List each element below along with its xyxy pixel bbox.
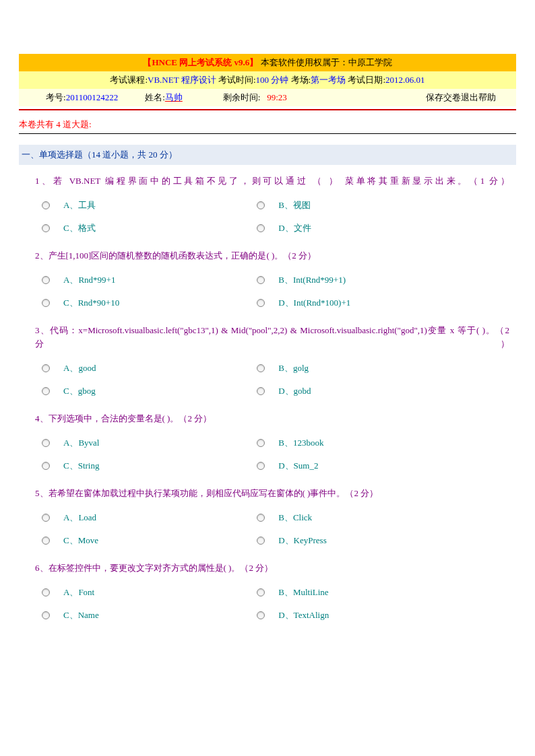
radio-icon[interactable] bbox=[42, 224, 50, 232]
options-group: A、LoadB、ClickC、MoveD、KeyPress bbox=[19, 506, 516, 559]
question-text: 1、若 VB.NET 编程界面中的工具箱不见了，则可以通过 （ ） 菜单将其重新… bbox=[19, 172, 516, 194]
option[interactable]: B、Click bbox=[257, 506, 472, 529]
radio-icon[interactable] bbox=[257, 439, 265, 447]
option[interactable]: B、123book bbox=[257, 432, 472, 454]
time-label: 考试时间: bbox=[216, 75, 256, 85]
radio-icon[interactable] bbox=[42, 611, 50, 619]
option-label: D、文件 bbox=[278, 222, 311, 234]
owner-value: 中原工学院 bbox=[348, 57, 392, 67]
radio-icon[interactable] bbox=[257, 299, 265, 307]
radio-icon[interactable] bbox=[257, 611, 265, 619]
option[interactable]: C、Move bbox=[42, 529, 257, 552]
radio-icon[interactable] bbox=[42, 387, 50, 395]
options-group: A、goodB、golgC、gbogD、gobd bbox=[19, 357, 516, 409]
course-value: VB.NET 程序设计 bbox=[148, 75, 216, 85]
option-label: A、Rnd*99+1 bbox=[63, 274, 115, 286]
option[interactable]: C、Rnd*90+10 bbox=[42, 291, 257, 314]
id-label: 考号: bbox=[46, 92, 66, 102]
option-label: A、Load bbox=[63, 512, 96, 524]
radio-icon[interactable] bbox=[257, 462, 265, 470]
option[interactable]: A、Byval bbox=[42, 432, 257, 454]
radio-icon[interactable] bbox=[42, 201, 50, 209]
option-label: A、Byval bbox=[63, 437, 99, 449]
option[interactable]: D、Int(Rnd*100)+1 bbox=[257, 291, 472, 314]
option[interactable]: B、视图 bbox=[257, 194, 472, 217]
system-name: 【HNCE 网上考试系统 v9.6】 bbox=[143, 57, 258, 67]
owner-label: 本套软件使用权属于： bbox=[258, 57, 348, 67]
question-text: 3、代码：x=Microsoft.visualbasic.left("gbc13… bbox=[19, 321, 516, 357]
option[interactable]: B、Int(Rnd*99+1) bbox=[257, 269, 472, 291]
question-text: 2、产生[1,100]区间的随机整数的随机函数表达式，正确的是( )。（2 分） bbox=[19, 246, 516, 269]
option[interactable]: D、文件 bbox=[257, 217, 472, 240]
radio-icon[interactable] bbox=[257, 224, 265, 232]
option-label: B、golg bbox=[278, 362, 309, 374]
question-text: 6、在标签控件中，要更改文字对齐方式的属性是( )。（2 分） bbox=[19, 559, 516, 581]
radio-icon[interactable] bbox=[42, 439, 50, 447]
radio-icon[interactable] bbox=[257, 537, 265, 545]
time-value: 100 分钟 bbox=[256, 75, 289, 85]
option-label: C、格式 bbox=[63, 222, 96, 234]
question-text: 5、若希望在窗体加载过程中执行某项功能，则相应代码应写在窗体的( )事件中。（2… bbox=[19, 484, 516, 506]
option[interactable]: D、gobd bbox=[257, 380, 472, 403]
option-label: B、视图 bbox=[278, 199, 311, 211]
option-label: A、good bbox=[63, 362, 96, 374]
option[interactable]: A、good bbox=[42, 357, 257, 380]
options-group: A、ByvalB、123bookC、StringD、Sum_2 bbox=[19, 432, 516, 484]
option[interactable]: D、TextAlign bbox=[257, 604, 472, 627]
option[interactable]: C、Name bbox=[42, 604, 257, 627]
radio-icon[interactable] bbox=[42, 588, 50, 596]
header-bar-3: 考号:201100124222 姓名:马帅 剩余时间: 99:23 保存交卷退出… bbox=[19, 89, 516, 106]
option-label: B、Int(Rnd*99+1) bbox=[278, 274, 346, 286]
option-label: D、Int(Rnd*100)+1 bbox=[278, 297, 350, 309]
option-label: C、Move bbox=[63, 535, 98, 547]
name-value: 马帅 bbox=[165, 92, 183, 102]
option-label: B、Click bbox=[278, 512, 312, 524]
remain-label: 剩余时间: bbox=[223, 92, 261, 102]
radio-icon[interactable] bbox=[257, 364, 265, 372]
option-label: C、String bbox=[63, 460, 99, 472]
option-label: B、MultiLine bbox=[278, 586, 328, 598]
option-label: D、Sum_2 bbox=[278, 460, 318, 472]
option[interactable]: D、KeyPress bbox=[257, 529, 472, 552]
radio-icon[interactable] bbox=[42, 364, 50, 372]
option[interactable]: A、工具 bbox=[42, 194, 257, 217]
option-label: D、KeyPress bbox=[278, 535, 327, 547]
room-label: 考场: bbox=[288, 75, 311, 85]
radio-icon[interactable] bbox=[42, 514, 50, 522]
option[interactable]: B、golg bbox=[257, 357, 472, 380]
options-group: A、工具B、视图C、格式D、文件 bbox=[19, 194, 516, 246]
questions-container: 1、若 VB.NET 编程界面中的工具箱不见了，则可以通过 （ ） 菜单将其重新… bbox=[19, 172, 516, 633]
option[interactable]: A、Load bbox=[42, 506, 257, 529]
option[interactable]: C、gbog bbox=[42, 380, 257, 403]
course-label: 考试课程: bbox=[110, 75, 148, 85]
radio-icon[interactable] bbox=[257, 276, 265, 284]
header-bar-2: 考试课程:VB.NET 程序设计 考试时间:100 分钟 考场:第一考场 考试日… bbox=[19, 71, 516, 89]
name-label: 姓名: bbox=[145, 92, 165, 102]
options-group: A、FontB、MultiLineC、NameD、TextAlign bbox=[19, 581, 516, 633]
radio-icon[interactable] bbox=[42, 537, 50, 545]
option[interactable]: A、Font bbox=[42, 581, 257, 604]
option[interactable]: C、格式 bbox=[42, 217, 257, 240]
options-group: A、Rnd*99+1B、Int(Rnd*99+1)C、Rnd*90+10D、In… bbox=[19, 269, 516, 321]
date-value: 2012.06.01 bbox=[385, 75, 425, 85]
exam-page: 【HNCE 网上考试系统 v9.6】 本套软件使用权属于：中原工学院 考试课程:… bbox=[0, 0, 535, 647]
radio-icon[interactable] bbox=[42, 276, 50, 284]
radio-icon[interactable] bbox=[257, 588, 265, 596]
option-label: C、Rnd*90+10 bbox=[63, 297, 119, 309]
radio-icon[interactable] bbox=[42, 462, 50, 470]
room-value: 第一考场 bbox=[311, 75, 346, 85]
option[interactable]: A、Rnd*99+1 bbox=[42, 269, 257, 291]
radio-icon[interactable] bbox=[257, 387, 265, 395]
question-text: 4、下列选项中，合法的变量名是( )。（2 分） bbox=[19, 409, 516, 432]
paper-summary: 本卷共有 4 道大题: bbox=[19, 118, 516, 131]
option[interactable]: B、MultiLine bbox=[257, 581, 472, 604]
radio-icon[interactable] bbox=[257, 201, 265, 209]
radio-icon[interactable] bbox=[257, 514, 265, 522]
option[interactable]: C、String bbox=[42, 454, 257, 477]
radio-icon[interactable] bbox=[42, 299, 50, 307]
option-label: B、123book bbox=[278, 437, 323, 449]
action-links[interactable]: 保存交卷退出帮助 bbox=[426, 92, 496, 102]
id-value: 201100124222 bbox=[66, 92, 119, 102]
option-label: D、gobd bbox=[278, 385, 311, 397]
option[interactable]: D、Sum_2 bbox=[257, 454, 472, 477]
